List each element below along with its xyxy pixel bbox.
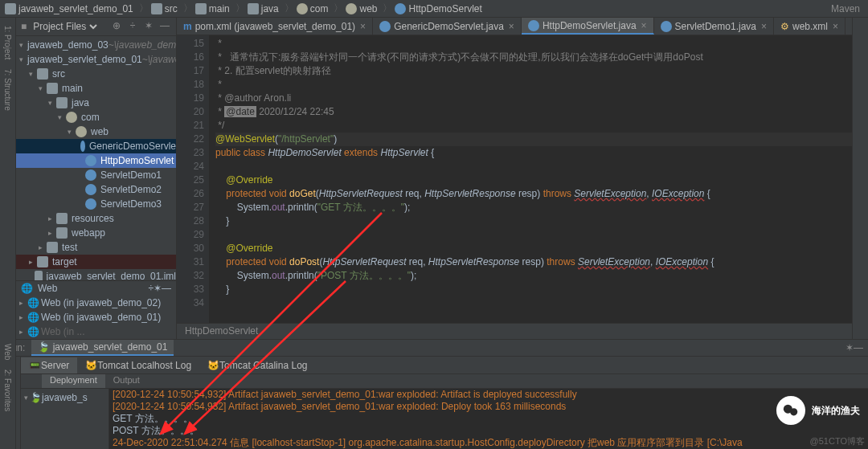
class-icon xyxy=(85,155,96,166)
project-tree[interactable]: ▾javaweb_demo_03 ~\javaweb_demo_03▾javaw… xyxy=(16,36,176,280)
project-view-select[interactable]: Project Files xyxy=(30,20,100,33)
tree-row[interactable]: ▾web xyxy=(16,124,176,139)
web-facet-item[interactable]: ▸🌐Web (in javaweb_demo_01) xyxy=(16,310,176,325)
breadcrumb-item[interactable]: java xyxy=(248,3,279,14)
editor-area: mpom.xml (javaweb_servlet_demo_01)×Gener… xyxy=(177,18,852,339)
tree-row[interactable]: ▾java xyxy=(16,96,176,110)
tree-row[interactable]: ServletDemo2 xyxy=(16,182,176,197)
catalina-log-tab[interactable]: 🐱 Tomcat Catalina Log xyxy=(199,357,315,373)
breadcrumb-item[interactable]: HttpDemoServlet xyxy=(395,3,481,14)
settings-icon[interactable]: ✶ xyxy=(845,342,854,353)
web-facet-item[interactable]: ▸🌐Web (in javaweb_demo_02) xyxy=(16,296,176,310)
sidebar-header: ■ Project Files ⊕ ÷ ✶ — xyxy=(16,18,176,36)
tree-row[interactable]: ▸webapp xyxy=(16,226,176,240)
folder-icon xyxy=(37,256,48,267)
breadcrumb-item[interactable]: src xyxy=(151,3,178,14)
structure-tool-button[interactable]: 7: Structure xyxy=(3,69,12,111)
line-gutter[interactable]: 1516171819202122232425262728293031323334 xyxy=(177,35,209,323)
maven-tool-label[interactable]: Maven xyxy=(831,3,860,14)
code-lines[interactable]: * * 通常情况下:服务器端针对同一个请求(不同的请求方式)不会做不同的处理,所… xyxy=(209,35,852,323)
close-icon[interactable]: × xyxy=(761,21,767,32)
class-icon xyxy=(85,198,96,210)
wechat-icon xyxy=(776,396,805,425)
tree-row[interactable]: GenericDemoServle xyxy=(16,139,176,153)
code-editor[interactable]: 1516171819202122232425262728293031323334… xyxy=(177,35,852,323)
package-icon xyxy=(76,126,87,137)
close-icon[interactable]: × xyxy=(360,21,366,32)
project-tool-button[interactable]: 1: Project xyxy=(3,26,12,59)
editor-tab[interactable]: GenericDemoServlet.java× xyxy=(373,18,522,35)
class-icon xyxy=(85,169,96,181)
breadcrumb-item[interactable]: com xyxy=(297,3,329,14)
class-icon xyxy=(85,184,96,195)
class-icon xyxy=(395,3,406,14)
breadcrumb-item[interactable]: web xyxy=(346,3,377,14)
folder-icon xyxy=(37,68,48,80)
folder-icon xyxy=(35,271,43,280)
hide-icon[interactable]: — xyxy=(162,283,171,294)
deployment-tree[interactable]: ▾🍃 javaweb_s xyxy=(21,389,109,449)
collapse-icon[interactable]: ÷ xyxy=(148,283,154,294)
deployment-tab[interactable]: Deployment xyxy=(42,374,105,388)
settings-icon[interactable]: ✶ xyxy=(142,20,155,33)
tree-row[interactable]: javaweb_servlet_demo_01.iml xyxy=(16,269,176,280)
editor-tab[interactable]: ⚙web.xml× xyxy=(774,18,845,35)
project-sidebar: ■ Project Files ⊕ ÷ ✶ — ▾javaweb_demo_03… xyxy=(16,18,177,339)
close-icon[interactable]: × xyxy=(641,20,647,31)
localhost-log-tab[interactable]: 🐱 Tomcat Localhost Log xyxy=(77,357,199,373)
tree-row[interactable]: ▾main xyxy=(16,81,176,96)
folder-icon xyxy=(47,242,58,253)
folder-icon xyxy=(56,97,68,108)
deployment-tabs: Deployment Output xyxy=(21,374,868,389)
server-tab[interactable]: 📟 Server xyxy=(21,357,77,373)
class-icon xyxy=(80,141,85,152)
tree-row[interactable]: ▾com xyxy=(16,110,176,124)
folder-icon xyxy=(195,3,207,14)
close-icon[interactable]: × xyxy=(833,21,838,32)
folder-icon xyxy=(56,213,68,224)
tree-row[interactable]: ServletDemo1 xyxy=(16,168,176,182)
editor-tabs: mpom.xml (javaweb_servlet_demo_01)×Gener… xyxy=(177,18,852,35)
tree-row[interactable]: ▾javaweb_servlet_demo_01 ~\javaweb_se xyxy=(16,52,176,67)
run-subtabs: 📟 Server 🐱 Tomcat Localhost Log 🐱 Tomcat… xyxy=(21,357,868,374)
tree-row[interactable]: ▸test xyxy=(16,240,176,255)
tree-row[interactable]: ▸target xyxy=(16,255,176,269)
run-config-tab[interactable]: 🍃 javaweb_servlet_demo_01 xyxy=(31,340,174,356)
editor-tab[interactable]: ServletDemo1.java× xyxy=(654,18,774,35)
breadcrumb-item[interactable]: main xyxy=(195,3,230,14)
console-output[interactable]: [2020-12-24 10:50:54,932] Artifact javaw… xyxy=(109,389,868,449)
tree-row[interactable]: ▾src xyxy=(16,67,176,81)
hide-icon[interactable]: — xyxy=(158,20,171,33)
package-icon xyxy=(66,112,77,123)
tree-row[interactable]: HttpDemoServlet xyxy=(16,153,176,168)
web-tool-window: 🌐 Web ÷ ✶ — ▸🌐Web (in javaweb_demo_02) ▸… xyxy=(16,280,176,339)
favorites-tool-button[interactable]: 2: Favorites xyxy=(3,369,12,411)
folder-icon xyxy=(47,83,58,94)
editor-tab[interactable]: HttpDemoServlet.java× xyxy=(522,18,654,35)
class-icon xyxy=(528,20,539,31)
collapse-icon[interactable]: ÷ xyxy=(126,20,139,33)
editor-tab[interactable]: mpom.xml (javaweb_servlet_demo_01)× xyxy=(177,18,373,35)
editor-breadcrumb[interactable]: HttpDemoServlet xyxy=(177,323,852,339)
folder-icon xyxy=(5,3,16,14)
settings-icon[interactable]: ✶ xyxy=(154,283,162,294)
web-tool-button[interactable]: Web xyxy=(3,344,12,360)
hide-icon[interactable]: — xyxy=(854,342,863,353)
class-icon xyxy=(379,21,391,32)
folder-icon xyxy=(151,3,162,14)
web-facet-item[interactable]: ▸🌐Web (in ... xyxy=(16,325,176,339)
locate-icon[interactable]: ⊕ xyxy=(110,20,123,33)
tree-row[interactable]: ServletDemo3 xyxy=(16,197,176,211)
navigation-bar: javaweb_servlet_demo_01〉 src〉 main〉 java… xyxy=(0,0,868,18)
tree-row[interactable]: ▸resources xyxy=(16,211,176,226)
left-tool-stripe: 1: Project 7: Structure xyxy=(0,18,16,339)
close-icon[interactable]: × xyxy=(509,21,514,32)
package-icon xyxy=(346,3,357,14)
editor-tab[interactable]: ServletDemo2.java× xyxy=(845,18,852,35)
web-panel-title: Web xyxy=(38,283,57,294)
output-tab[interactable]: Output xyxy=(105,374,148,388)
tree-row[interactable]: ▾javaweb_demo_03 ~\javaweb_demo_03 xyxy=(16,38,176,52)
svg-point-3 xyxy=(790,408,797,415)
breadcrumb-item[interactable]: javaweb_servlet_demo_01 xyxy=(5,3,133,14)
folder-icon xyxy=(56,227,68,239)
